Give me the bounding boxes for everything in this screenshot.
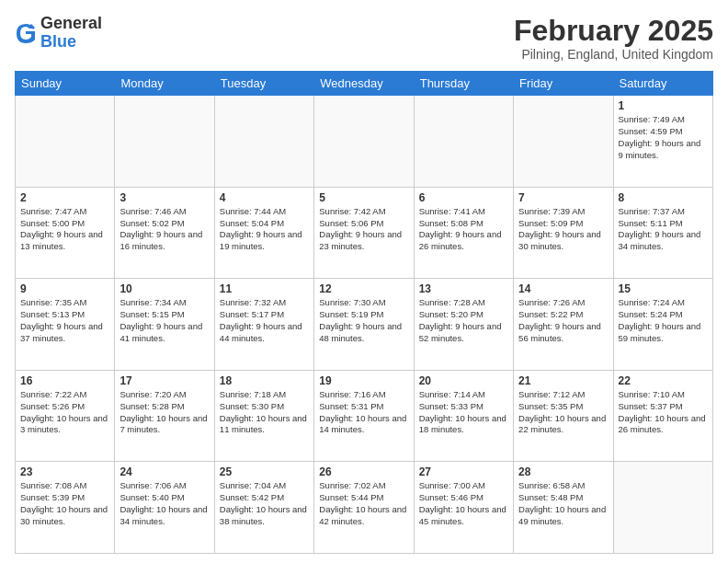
day-info: Sunrise: 7:24 AM Sunset: 5:24 PM Dayligh… bbox=[619, 297, 708, 344]
logo-blue-text: Blue bbox=[40, 33, 102, 52]
table-row: 21 Sunrise: 7:12 AM Sunset: 5:35 PM Dayl… bbox=[514, 370, 613, 462]
table-row: 22 Sunrise: 7:10 AM Sunset: 5:37 PM Dayl… bbox=[613, 370, 712, 462]
table-row: 2 Sunrise: 7:47 AM Sunset: 5:00 PM Dayli… bbox=[16, 187, 115, 279]
table-row: 11 Sunrise: 7:32 AM Sunset: 5:17 PM Dayl… bbox=[214, 279, 313, 371]
day-info: Sunrise: 7:00 AM Sunset: 5:46 PM Dayligh… bbox=[419, 480, 508, 527]
day-number: 14 bbox=[518, 282, 608, 295]
day-number: 9 bbox=[20, 282, 109, 295]
col-tuesday: Tuesday bbox=[214, 72, 313, 96]
day-number: 4 bbox=[220, 191, 309, 204]
table-row bbox=[613, 462, 712, 554]
day-number: 7 bbox=[518, 191, 608, 204]
day-info: Sunrise: 7:41 AM Sunset: 5:08 PM Dayligh… bbox=[419, 206, 508, 253]
day-number: 16 bbox=[20, 374, 109, 387]
calendar-week-row: 1 Sunrise: 7:49 AM Sunset: 4:59 PM Dayli… bbox=[16, 96, 713, 188]
title-block: February 2025 Pilning, England, United K… bbox=[514, 15, 713, 62]
table-row bbox=[314, 96, 414, 188]
day-info: Sunrise: 7:02 AM Sunset: 5:44 PM Dayligh… bbox=[319, 480, 408, 527]
day-info: Sunrise: 7:32 AM Sunset: 5:17 PM Dayligh… bbox=[220, 297, 309, 344]
logo-general-text: General bbox=[40, 15, 102, 33]
day-info: Sunrise: 7:16 AM Sunset: 5:31 PM Dayligh… bbox=[319, 389, 408, 436]
table-row: 9 Sunrise: 7:35 AM Sunset: 5:13 PM Dayli… bbox=[16, 279, 115, 371]
day-number: 11 bbox=[220, 282, 309, 295]
table-row bbox=[514, 96, 613, 188]
table-row: 8 Sunrise: 7:37 AM Sunset: 5:11 PM Dayli… bbox=[613, 187, 712, 279]
calendar-table: Sunday Monday Tuesday Wednesday Thursday… bbox=[15, 71, 713, 554]
day-number: 19 bbox=[319, 374, 408, 387]
col-monday: Monday bbox=[115, 72, 214, 96]
day-number: 8 bbox=[619, 191, 708, 204]
table-row: 16 Sunrise: 7:22 AM Sunset: 5:26 PM Dayl… bbox=[16, 370, 115, 462]
table-row: 19 Sunrise: 7:16 AM Sunset: 5:31 PM Dayl… bbox=[314, 370, 414, 462]
day-info: Sunrise: 7:18 AM Sunset: 5:30 PM Dayligh… bbox=[220, 389, 309, 436]
day-number: 2 bbox=[20, 191, 109, 204]
table-row: 12 Sunrise: 7:30 AM Sunset: 5:19 PM Dayl… bbox=[314, 279, 414, 371]
day-info: Sunrise: 7:06 AM Sunset: 5:40 PM Dayligh… bbox=[119, 480, 209, 527]
day-number: 18 bbox=[220, 374, 309, 387]
day-number: 23 bbox=[20, 465, 109, 478]
day-number: 20 bbox=[419, 374, 508, 387]
day-number: 27 bbox=[419, 465, 508, 478]
table-row: 15 Sunrise: 7:24 AM Sunset: 5:24 PM Dayl… bbox=[613, 279, 712, 371]
table-row: 25 Sunrise: 7:04 AM Sunset: 5:42 PM Dayl… bbox=[214, 462, 313, 554]
day-info: Sunrise: 7:08 AM Sunset: 5:39 PM Dayligh… bbox=[20, 480, 109, 527]
day-info: Sunrise: 7:26 AM Sunset: 5:22 PM Dayligh… bbox=[518, 297, 608, 344]
day-number: 3 bbox=[119, 191, 209, 204]
day-number: 25 bbox=[220, 465, 309, 478]
table-row: 13 Sunrise: 7:28 AM Sunset: 5:20 PM Dayl… bbox=[414, 279, 513, 371]
table-row bbox=[115, 96, 214, 188]
day-number: 12 bbox=[319, 282, 408, 295]
day-info: Sunrise: 7:10 AM Sunset: 5:37 PM Dayligh… bbox=[619, 389, 708, 436]
table-row: 10 Sunrise: 7:34 AM Sunset: 5:15 PM Dayl… bbox=[115, 279, 214, 371]
table-row bbox=[414, 96, 513, 188]
location-text: Pilning, England, United Kingdom bbox=[514, 47, 713, 62]
day-info: Sunrise: 6:58 AM Sunset: 5:48 PM Dayligh… bbox=[518, 480, 608, 527]
table-row: 5 Sunrise: 7:42 AM Sunset: 5:06 PM Dayli… bbox=[314, 187, 414, 279]
page-container: General Blue February 2025 Pilning, Engl… bbox=[0, 0, 728, 563]
day-info: Sunrise: 7:34 AM Sunset: 5:15 PM Dayligh… bbox=[119, 297, 209, 344]
day-info: Sunrise: 7:14 AM Sunset: 5:33 PM Dayligh… bbox=[419, 389, 508, 436]
col-thursday: Thursday bbox=[414, 72, 513, 96]
day-number: 26 bbox=[319, 465, 408, 478]
day-info: Sunrise: 7:37 AM Sunset: 5:11 PM Dayligh… bbox=[619, 206, 708, 253]
col-friday: Friday bbox=[514, 72, 613, 96]
table-row: 7 Sunrise: 7:39 AM Sunset: 5:09 PM Dayli… bbox=[514, 187, 613, 279]
day-info: Sunrise: 7:44 AM Sunset: 5:04 PM Dayligh… bbox=[220, 206, 309, 253]
day-info: Sunrise: 7:30 AM Sunset: 5:19 PM Dayligh… bbox=[319, 297, 408, 344]
day-number: 13 bbox=[419, 282, 508, 295]
day-info: Sunrise: 7:20 AM Sunset: 5:28 PM Dayligh… bbox=[119, 389, 209, 436]
calendar-week-row: 2 Sunrise: 7:47 AM Sunset: 5:00 PM Dayli… bbox=[16, 187, 713, 279]
calendar-header-row: Sunday Monday Tuesday Wednesday Thursday… bbox=[16, 72, 713, 96]
day-info: Sunrise: 7:04 AM Sunset: 5:42 PM Dayligh… bbox=[220, 480, 309, 527]
day-info: Sunrise: 7:42 AM Sunset: 5:06 PM Dayligh… bbox=[319, 206, 408, 253]
table-row: 14 Sunrise: 7:26 AM Sunset: 5:22 PM Dayl… bbox=[514, 279, 613, 371]
day-info: Sunrise: 7:28 AM Sunset: 5:20 PM Dayligh… bbox=[419, 297, 508, 344]
day-number: 21 bbox=[518, 374, 608, 387]
calendar-week-row: 9 Sunrise: 7:35 AM Sunset: 5:13 PM Dayli… bbox=[16, 279, 713, 371]
day-number: 10 bbox=[119, 282, 209, 295]
table-row: 18 Sunrise: 7:18 AM Sunset: 5:30 PM Dayl… bbox=[214, 370, 313, 462]
table-row: 20 Sunrise: 7:14 AM Sunset: 5:33 PM Dayl… bbox=[414, 370, 513, 462]
table-row: 23 Sunrise: 7:08 AM Sunset: 5:39 PM Dayl… bbox=[16, 462, 115, 554]
calendar-week-row: 23 Sunrise: 7:08 AM Sunset: 5:39 PM Dayl… bbox=[16, 462, 713, 554]
table-row: 3 Sunrise: 7:46 AM Sunset: 5:02 PM Dayli… bbox=[115, 187, 214, 279]
day-info: Sunrise: 7:49 AM Sunset: 4:59 PM Dayligh… bbox=[619, 114, 708, 161]
day-number: 5 bbox=[319, 191, 408, 204]
day-info: Sunrise: 7:46 AM Sunset: 5:02 PM Dayligh… bbox=[119, 206, 209, 253]
day-number: 24 bbox=[119, 465, 209, 478]
table-row: 17 Sunrise: 7:20 AM Sunset: 5:28 PM Dayl… bbox=[115, 370, 214, 462]
table-row: 27 Sunrise: 7:00 AM Sunset: 5:46 PM Dayl… bbox=[414, 462, 513, 554]
table-row bbox=[16, 96, 115, 188]
day-number: 22 bbox=[619, 374, 708, 387]
day-info: Sunrise: 7:22 AM Sunset: 5:26 PM Dayligh… bbox=[20, 389, 109, 436]
col-sunday: Sunday bbox=[16, 72, 115, 96]
day-number: 15 bbox=[619, 282, 708, 295]
table-row bbox=[214, 96, 313, 188]
table-row: 28 Sunrise: 6:58 AM Sunset: 5:48 PM Dayl… bbox=[514, 462, 613, 554]
day-number: 1 bbox=[619, 99, 708, 112]
logo: General Blue bbox=[15, 15, 102, 52]
day-number: 17 bbox=[119, 374, 209, 387]
table-row: 26 Sunrise: 7:02 AM Sunset: 5:44 PM Dayl… bbox=[314, 462, 414, 554]
table-row: 6 Sunrise: 7:41 AM Sunset: 5:08 PM Dayli… bbox=[414, 187, 513, 279]
day-number: 28 bbox=[518, 465, 608, 478]
